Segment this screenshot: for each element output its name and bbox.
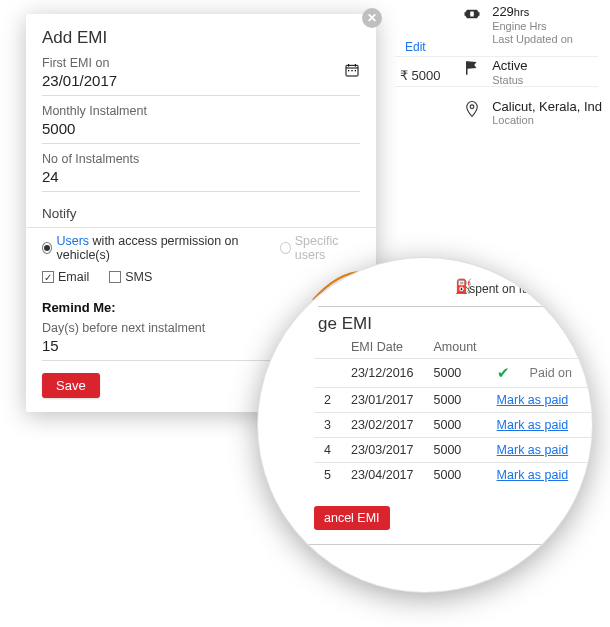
- instalments-input[interactable]: 24: [42, 166, 360, 192]
- radio-on-icon: [42, 242, 52, 254]
- table-row: 223/01/20175000Mark as paid: [314, 388, 592, 413]
- calendar-icon[interactable]: [344, 62, 360, 81]
- manage-emi-heading: ge EMI: [318, 314, 372, 334]
- users-link[interactable]: Users: [56, 234, 89, 248]
- engine-hours-unit: hrs: [514, 6, 529, 18]
- mark-as-paid-link[interactable]: Mark as paid: [497, 468, 569, 482]
- divider: [26, 227, 376, 228]
- checkbox-unchecked-icon: [109, 271, 121, 283]
- status-label: Status: [492, 74, 527, 87]
- save-button[interactable]: Save: [42, 373, 100, 398]
- table-row: 523/04/20175000Mark as paid: [314, 463, 592, 488]
- email-label: Email: [58, 270, 89, 284]
- svg-rect-4: [351, 70, 352, 71]
- svg-rect-5: [355, 70, 356, 71]
- row-amount: 5000: [424, 438, 487, 463]
- row-date: 23/12/2016: [341, 359, 424, 388]
- emi-table: EMI Date Amount 23/12/20165000✔Paid on22…: [314, 336, 592, 487]
- vehicle-info-panel: 229hrs Engine Hrs Last Updated on Active…: [462, 4, 602, 128]
- divider: [298, 544, 562, 545]
- close-icon[interactable]: ✕: [362, 8, 382, 28]
- radio-off-icon: [280, 242, 290, 254]
- check-icon: ✔: [497, 364, 510, 381]
- divider: [395, 56, 598, 57]
- paid-on-label: Paid on: [520, 359, 582, 388]
- divider: [318, 306, 562, 307]
- engine-hours-label: Engine Hrs: [492, 20, 573, 33]
- mark-as-paid-link[interactable]: Mark as paid: [497, 418, 569, 432]
- radio-specific-users[interactable]: Specific users: [280, 234, 360, 262]
- price-value: ₹ 5000: [400, 68, 441, 83]
- mark-as-paid-link[interactable]: Mark as paid: [497, 443, 569, 457]
- emi-detail-magnifier: ⛽ spent on fuel ge EMI EMI Date Amount 2…: [258, 258, 592, 592]
- row-amount: 5000: [424, 413, 487, 438]
- row-number: [314, 359, 341, 388]
- specific-users-label: Specific users: [295, 234, 360, 262]
- row-date: 23/02/2017: [341, 413, 424, 438]
- checkbox-email[interactable]: ✓ Email: [42, 270, 89, 284]
- mark-as-paid-link[interactable]: Mark as paid: [497, 393, 569, 407]
- row-number: 5: [314, 463, 341, 488]
- row-number: 2: [314, 388, 341, 413]
- location-value: Calicut, Kerala, Ind: [492, 99, 602, 115]
- row-number: 4: [314, 438, 341, 463]
- table-row: 23/12/20165000✔Paid on22/12/.: [314, 359, 592, 388]
- engine-hours: 229hrs Engine Hrs Last Updated on: [462, 4, 602, 46]
- row-amount: 5000: [424, 463, 487, 488]
- row-number: 3: [314, 413, 341, 438]
- table-row: 423/03/20175000Mark as paid: [314, 438, 592, 463]
- first-emi-label: First EMI on: [42, 56, 360, 70]
- row-date: 23/01/2017: [341, 388, 424, 413]
- cancel-emi-button[interactable]: ancel EMI: [314, 506, 390, 530]
- checkbox-checked-icon: ✓: [42, 271, 54, 283]
- first-emi-input[interactable]: 23/01/2017: [42, 70, 360, 96]
- col-amount: Amount: [424, 336, 487, 359]
- svg-rect-3: [348, 70, 349, 71]
- location-icon: [462, 99, 482, 119]
- location-row: Calicut, Kerala, Ind Location: [462, 99, 602, 128]
- col-number: [314, 336, 341, 359]
- location-label: Location: [492, 114, 602, 127]
- col-emi-date: EMI Date: [341, 336, 424, 359]
- divider: [395, 86, 598, 87]
- table-row: 323/02/20175000Mark as paid: [314, 413, 592, 438]
- engine-hours-updated: Last Updated on: [492, 33, 573, 46]
- engine-hours-value: 229: [492, 4, 514, 19]
- svg-point-0: [470, 12, 473, 15]
- sms-label: SMS: [125, 270, 152, 284]
- row-amount: 5000: [424, 359, 487, 388]
- svg-point-1: [470, 105, 474, 109]
- instalments-label: No of Instalments: [42, 152, 360, 166]
- row-date: 23/04/2017: [341, 463, 424, 488]
- radio-users-permission[interactable]: Users with access permission on vehicle(…: [42, 234, 258, 262]
- monthly-input[interactable]: 5000: [42, 118, 360, 144]
- spent-on-fuel-label: spent on fuel: [469, 282, 538, 296]
- status-value: Active: [492, 58, 527, 74]
- edit-link[interactable]: Edit: [405, 40, 426, 54]
- modal-title: Add EMI: [42, 28, 360, 48]
- monthly-label: Monthly Instalment: [42, 104, 360, 118]
- row-amount: 5000: [424, 388, 487, 413]
- paid-date: 22/12/.: [582, 359, 592, 388]
- notify-label: Notify: [42, 206, 360, 221]
- row-date: 23/03/2017: [341, 438, 424, 463]
- checkbox-sms[interactable]: SMS: [109, 270, 152, 284]
- status-row: Active Status: [462, 58, 602, 87]
- engine-icon: [462, 4, 482, 24]
- flag-icon: [462, 58, 482, 78]
